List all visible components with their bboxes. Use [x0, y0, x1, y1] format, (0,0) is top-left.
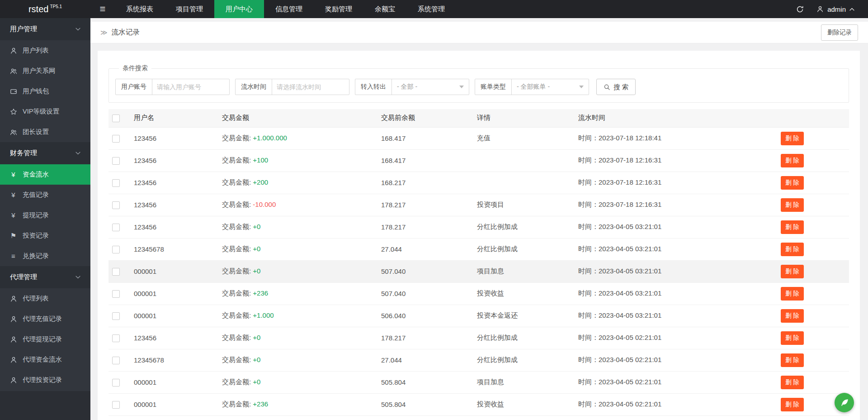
- caret-down-icon: [579, 86, 584, 88]
- amount-value: +200: [253, 178, 268, 186]
- sidebar-item-agent-fund-flow[interactable]: 代理资金流水: [0, 349, 90, 370]
- user-account-input[interactable]: [152, 79, 229, 95]
- row-checkbox[interactable]: [112, 246, 120, 253]
- nav-item-reward-manage[interactable]: 奖励管理: [314, 0, 363, 18]
- sidebar-item-user-wallet[interactable]: 用户钱包: [0, 81, 90, 101]
- amount-value: +0: [253, 378, 260, 386]
- delete-records-button[interactable]: 删除记录: [821, 24, 858, 41]
- topbar-right: admin: [796, 0, 868, 18]
- cell-action: 删 除: [777, 194, 849, 216]
- cell-detail: [473, 172, 575, 194]
- sidebar-item-invest-records[interactable]: ⚑投资记录: [0, 225, 90, 246]
- floating-action-button[interactable]: [835, 393, 854, 412]
- row-checkbox[interactable]: [112, 334, 120, 342]
- sidebar-item-vip-level-settings[interactable]: VIP等级设置: [0, 101, 90, 122]
- row-checkbox[interactable]: [112, 357, 120, 364]
- refresh-icon[interactable]: [796, 5, 804, 13]
- delete-row-button[interactable]: 删 除: [781, 265, 804, 278]
- delete-row-button[interactable]: 删 除: [781, 220, 804, 234]
- invest-flag-icon: ⚑: [9, 232, 17, 239]
- sidebar-group-user-manage[interactable]: 用户管理: [0, 18, 90, 40]
- chevron-down-icon: [75, 152, 80, 155]
- row-checkbox[interactable]: [112, 268, 120, 276]
- delete-row-button[interactable]: 删 除: [781, 376, 804, 389]
- row-checkbox[interactable]: [112, 135, 120, 143]
- cell-time: 时间：2023-04-05 02:21:01: [575, 327, 777, 349]
- sidebar-item-agent-withdraw-records[interactable]: 代理提现记录: [0, 329, 90, 349]
- nav-item-system-manage[interactable]: 系统管理: [406, 0, 456, 18]
- delete-row-button[interactable]: 删 除: [781, 132, 804, 145]
- delete-row-button[interactable]: 删 除: [781, 198, 804, 212]
- transfer-direction-select[interactable]: - 全部 -: [392, 79, 469, 95]
- sidebar-item-fund-flow[interactable]: ¥资金流水: [0, 164, 90, 185]
- nav-item-user-center[interactable]: 用户中心: [214, 0, 264, 18]
- row-checkbox[interactable]: [112, 179, 120, 187]
- hamburger-menu-icon[interactable]: ≡: [90, 0, 115, 18]
- search-button[interactable]: 搜 索: [596, 79, 636, 95]
- cell-amount: 交易金额: +1.000.000: [218, 127, 377, 149]
- row-checkbox[interactable]: [112, 312, 120, 320]
- row-checkbox[interactable]: [112, 401, 120, 409]
- nav-item-yuebao[interactable]: 余额宝: [363, 0, 406, 18]
- main-content: ≫ 流水记录 删除记录 条件搜索 用户账号流水时间转入转出- 全部 -账单类型-…: [90, 18, 868, 420]
- delete-row-button[interactable]: 删 除: [781, 176, 804, 190]
- row-checkbox[interactable]: [112, 201, 120, 209]
- row-checkbox[interactable]: [112, 157, 120, 165]
- cell-detail: 投资项目: [473, 194, 575, 216]
- cell-balance: 507.040: [377, 260, 473, 282]
- cell-detail: 分红比例加成: [473, 327, 575, 349]
- delete-row-button[interactable]: 删 除: [781, 331, 804, 345]
- user-icon: [9, 336, 17, 343]
- nav-item-project-manage[interactable]: 项目管理: [165, 0, 214, 18]
- cell-username: 123456: [130, 127, 218, 149]
- amount-value: +1.000: [253, 311, 274, 319]
- sidebar-item-withdraw-records[interactable]: ¥提现记录: [0, 205, 90, 225]
- delete-row-button[interactable]: 删 除: [781, 243, 804, 256]
- sidebar-group-agent-manage[interactable]: 代理管理: [0, 266, 90, 288]
- row-checkbox[interactable]: [112, 379, 120, 387]
- sidebar-item-recharge-records[interactable]: ¥充值记录: [0, 185, 90, 205]
- selected-value: - 全部账单 -: [517, 83, 550, 91]
- delete-row-button[interactable]: 删 除: [781, 309, 804, 323]
- sidebar-item-label: VIP等级设置: [23, 107, 59, 116]
- sidebar-item-label: 代理充值记录: [23, 315, 62, 323]
- row-checkbox[interactable]: [112, 224, 120, 231]
- sidebar-item-user-list[interactable]: 用户列表: [0, 40, 90, 61]
- nav-item-system-report[interactable]: 系统报表: [115, 0, 165, 18]
- sidebar-item-agent-list[interactable]: 代理列表: [0, 288, 90, 309]
- cell-action: 删 除: [777, 260, 849, 282]
- delete-row-button[interactable]: 删 除: [781, 398, 804, 411]
- flow-time-input[interactable]: [272, 79, 349, 95]
- delete-row-button[interactable]: 删 除: [781, 287, 804, 301]
- bill-type-select[interactable]: - 全部账单 -: [512, 79, 589, 95]
- cell-amount: 交易金额: +1.000: [218, 305, 377, 327]
- user-icon: [9, 356, 17, 363]
- cell-detail: 分红比例加成: [473, 216, 575, 238]
- sidebar-item-agent-invest-records[interactable]: 代理投资记录: [0, 370, 90, 390]
- cell-balance: 27.044: [377, 349, 473, 371]
- cell-detail: 投资收益: [473, 393, 575, 415]
- admin-menu[interactable]: admin: [816, 5, 854, 13]
- amount-value: -10.000: [253, 200, 276, 208]
- column-header: 详情: [473, 109, 575, 127]
- column-header: 流水时间: [575, 109, 777, 127]
- amount-prefix: 交易金额:: [222, 156, 253, 164]
- nav-item-info-manage[interactable]: 信息管理: [264, 0, 314, 18]
- row-checkbox[interactable]: [112, 290, 120, 298]
- amount-prefix: 交易金额:: [222, 200, 253, 208]
- cell-balance: 505.804: [377, 371, 473, 393]
- delete-row-button[interactable]: 删 除: [781, 154, 804, 167]
- sidebar-group-finance-manage[interactable]: 财务管理: [0, 142, 90, 164]
- sidebar-item-agent-recharge-records[interactable]: 代理充值记录: [0, 309, 90, 329]
- sidebar-item-user-network[interactable]: 用户关系网: [0, 61, 90, 81]
- sidebar-item-label: 兑换记录: [23, 252, 49, 260]
- records-table: 用户名交易金额交易前余额详情流水时间 123456交易金额: +1.000.00…: [108, 109, 849, 420]
- sidebar-item-leader-settings[interactable]: 团长设置: [0, 122, 90, 142]
- sidebar-item-exchange-records[interactable]: ≡兑换记录: [0, 246, 90, 266]
- cell-action: 删 除: [777, 238, 849, 260]
- cell-username: 123456: [130, 172, 218, 194]
- sidebar-item-label: 团长设置: [23, 128, 49, 136]
- select-all-checkbox[interactable]: [112, 115, 120, 122]
- content-card: 条件搜索 用户账号流水时间转入转出- 全部 -账单类型- 全部账单 -搜 索 用…: [98, 51, 860, 420]
- delete-row-button[interactable]: 删 除: [781, 353, 804, 367]
